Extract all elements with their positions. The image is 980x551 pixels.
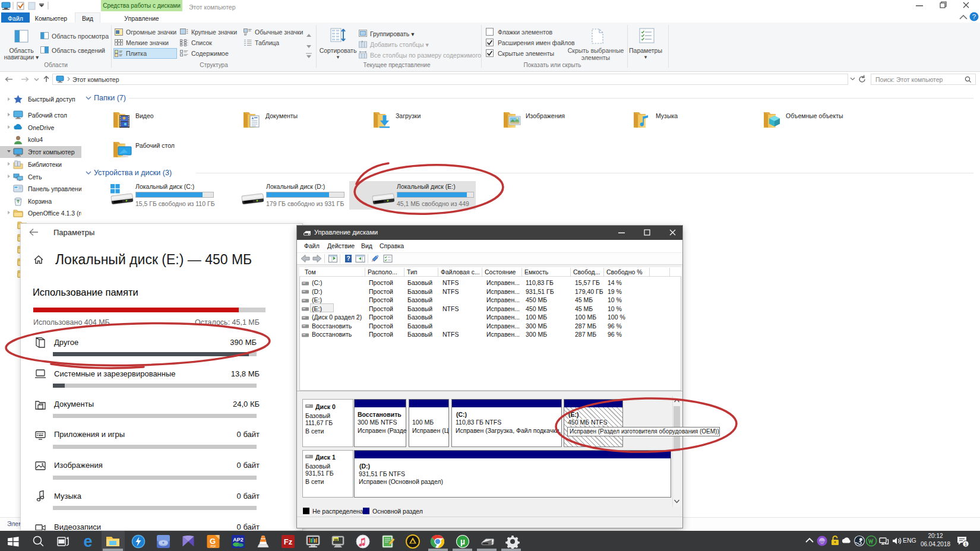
svg-text:1: 1 <box>965 542 967 547</box>
svg-text:e: e <box>83 533 92 550</box>
svg-text:ggg: ggg <box>819 540 825 543</box>
svg-text:AP2: AP2 <box>233 537 244 543</box>
svg-text:Fz: Fz <box>284 537 293 546</box>
svg-text:PDF: PDF <box>211 545 216 548</box>
svg-text:µ: µ <box>460 537 465 546</box>
svg-text:99: 99 <box>334 538 338 542</box>
